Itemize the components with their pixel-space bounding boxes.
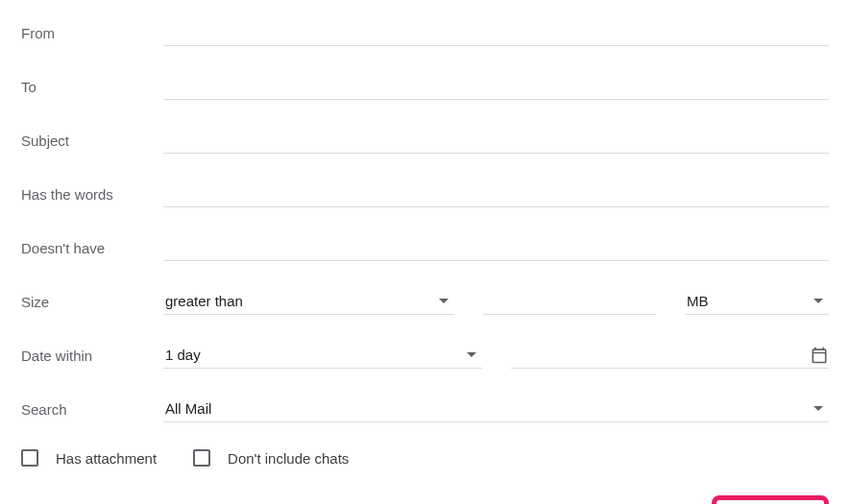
from-input[interactable] [163, 24, 829, 40]
doesnt-have-field[interactable] [163, 234, 829, 261]
to-label: To [21, 79, 163, 95]
calendar-icon[interactable] [810, 346, 829, 365]
date-range-value: 1 day [163, 347, 467, 363]
date-value-field[interactable] [511, 342, 830, 369]
doesnt-have-label: Doesn't have [21, 240, 163, 256]
date-value-input[interactable] [511, 347, 803, 363]
search-scope-label: Search [21, 401, 163, 418]
dont-include-chats-label: Don't include chats [228, 450, 349, 467]
has-attachment-checkbox[interactable] [21, 449, 38, 467]
has-attachment-label: Has attachment [56, 450, 157, 467]
dropdown-icon [439, 299, 449, 303]
size-value-field[interactable] [483, 288, 656, 315]
date-within-label: Date within [21, 348, 163, 364]
date-range-select[interactable]: 1 day [163, 342, 482, 369]
subject-field[interactable] [163, 127, 829, 154]
has-words-input[interactable] [163, 185, 829, 202]
has-words-field[interactable] [163, 180, 829, 207]
size-label: Size [21, 294, 163, 310]
dont-include-chats-checkbox[interactable] [193, 449, 210, 467]
dropdown-icon [814, 406, 823, 411]
size-value-input[interactable] [483, 293, 656, 309]
from-label: From [21, 25, 163, 41]
size-comparator-value: greater than [163, 293, 439, 309]
from-field[interactable] [163, 19, 829, 46]
to-field[interactable] [163, 73, 829, 100]
search-scope-value: All Mail [163, 400, 814, 417]
search-scope-select[interactable]: All Mail [163, 396, 829, 422]
subject-label: Subject [21, 132, 163, 149]
size-unit-select[interactable]: MB [685, 288, 829, 315]
search-button-highlight: Search [712, 495, 829, 504]
size-comparator-select[interactable]: greater than [163, 288, 454, 315]
subject-input[interactable] [163, 132, 829, 148]
size-unit-value: MB [685, 293, 814, 309]
doesnt-have-input[interactable] [163, 239, 829, 255]
dropdown-icon [467, 352, 476, 357]
dropdown-icon [814, 299, 823, 303]
has-words-label: Has the words [21, 186, 163, 203]
to-input[interactable] [163, 78, 829, 94]
